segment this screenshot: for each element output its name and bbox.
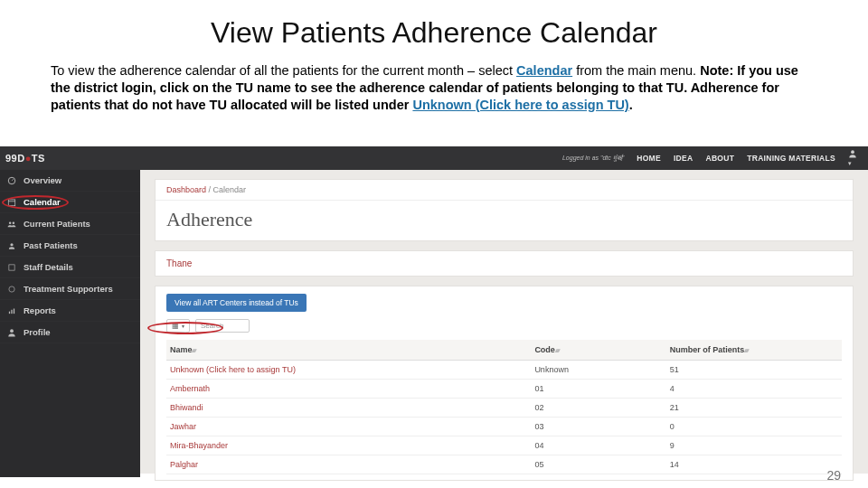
chevron-down-icon: ▾ [182,323,184,329]
nav-idea[interactable]: IDEA [674,154,693,163]
svg-rect-11 [14,308,14,314]
svg-rect-2 [8,199,15,205]
sidebar-item-reports[interactable]: Reports [0,300,140,322]
breadcrumb-sep: / [206,185,213,194]
unknown-ref-link: Unknown (Click here to assign TU) [412,98,628,112]
profile-icon [7,328,16,337]
row-num: 51 [666,361,842,380]
svg-rect-9 [9,311,10,314]
brand-dot-icon: ● [25,153,32,164]
row-name: Bhiwandi [166,399,531,418]
row-num: 4 [666,380,842,399]
calendar-icon [7,198,16,207]
row-name: Ambernath [166,380,531,399]
col-code[interactable]: Code [531,340,665,361]
brand-suffix: TS [32,153,45,164]
users-past-icon [7,241,16,250]
svg-point-0 [851,150,854,154]
sidebar-item-label: Current Patients [24,219,90,229]
sidebar-item-staff[interactable]: Staff Details [0,257,140,278]
svg-point-8 [9,286,14,291]
table-card: View all ART Centers instead of TUs ▦▾ S… [155,286,854,481]
top-nav: 99D●TS Logged in as "dtc मुंबई" HOME IDE… [0,146,868,170]
grid-icon: ▦ [172,322,179,330]
region-link[interactable]: Thane [156,251,853,276]
table-row[interactable]: Ambernath014 [166,380,842,399]
sidebar-item-label: Calendar [24,197,61,207]
sidebar: Overview Calendar Current Patients Past … [0,170,140,477]
row-code: Unknown [531,361,665,380]
table-toolbar: ▦▾ Search [156,317,853,340]
note-label: Note: [700,63,733,78]
dashboard-icon [7,176,16,185]
table-row[interactable]: Bhiwandi0221 [166,399,842,418]
col-name[interactable]: Name [166,340,531,361]
slide-title: View Patients Adherence Calendar [0,16,868,50]
sidebar-item-label: Overview [24,175,61,185]
table-row[interactable]: Palghar0514 [166,455,842,474]
embedded-screenshot: 99D●TS Logged in as "dtc मुंबई" HOME IDE… [0,146,868,474]
row-name: Mira-Bhayander [166,436,531,455]
row-code: 04 [531,436,665,455]
col-num[interactable]: Number of Patients [666,340,842,361]
sidebar-item-supporters[interactable]: Treatment Supporters [0,278,140,300]
nav-about[interactable]: ABOUT [705,154,734,163]
row-num: 0 [666,418,842,436]
page-heading: Adherence [156,201,853,240]
logged-in-text: Logged in as "dtc मुंबई" [562,155,624,162]
table-row[interactable]: Mira-Bhayander049 [166,436,842,455]
row-name: Unknown (Click here to assign TU) [166,361,531,380]
breadcrumb-root[interactable]: Dashboard [166,185,206,194]
nav-home[interactable]: HOME [637,154,661,163]
svg-rect-7 [9,264,14,269]
grid-view-button[interactable]: ▦▾ [166,319,190,333]
sidebar-item-past-patients[interactable]: Past Patients [0,235,140,257]
breadcrumb-current: Calendar [213,185,247,194]
slide-body: To view the adherence calendar of all th… [51,62,817,114]
staff-icon [7,263,16,272]
region-card: Thane [155,250,854,277]
body-mid: from the main menu. [572,63,700,78]
breadcrumb-card: Dashboard / Calendar Adherence [155,179,854,241]
sidebar-item-label: Profile [24,327,51,337]
sidebar-item-current-patients[interactable]: Current Patients [0,213,140,235]
breadcrumb: Dashboard / Calendar [156,180,853,201]
row-num: 9 [666,436,842,455]
brand-logo[interactable]: 99D●TS [5,153,45,164]
table-row[interactable]: Jawhar030 [166,418,842,436]
row-num: 21 [666,399,842,418]
row-code: 05 [531,455,665,474]
svg-point-5 [13,221,15,224]
svg-point-4 [9,221,12,224]
svg-point-12 [10,329,14,333]
page-number: 29 [826,468,841,483]
user-menu-icon[interactable]: ▾ [848,149,857,167]
sidebar-item-label: Staff Details [24,262,73,272]
period: . [629,98,633,112]
calendar-ref-link: Calendar [516,63,572,78]
sidebar-item-calendar[interactable]: Calendar [0,192,140,213]
users-icon [7,220,16,229]
sidebar-item-label: Reports [24,305,56,315]
sidebar-item-label: Past Patients [24,240,78,250]
row-name: Palghar [166,455,531,474]
svg-point-6 [10,243,13,246]
body-pre: To view the adherence calendar of all th… [51,63,516,78]
nav-training[interactable]: TRAINING MATERIALS [747,154,835,163]
main-panel: Dashboard / Calendar Adherence Thane Vie… [140,170,868,474]
row-name: Jawhar [166,418,531,436]
brand-prefix: 99D [5,153,25,164]
sidebar-item-label: Treatment Supporters [24,284,113,294]
tu-table: Name Code Number of Patients Unknown (Cl… [166,340,842,474]
sidebar-item-overview[interactable]: Overview [0,170,140,192]
row-num: 14 [666,455,842,474]
view-art-centers-button[interactable]: View all ART Centers instead of TUs [166,294,307,312]
row-code: 03 [531,418,665,436]
sidebar-item-profile[interactable]: Profile [0,322,140,343]
row-code: 01 [531,380,665,399]
support-icon [7,285,16,294]
row-code: 02 [531,399,665,418]
search-input[interactable]: Search [195,319,250,333]
svg-rect-10 [11,309,12,313]
table-row[interactable]: Unknown (Click here to assign TU)Unknown… [166,361,842,380]
